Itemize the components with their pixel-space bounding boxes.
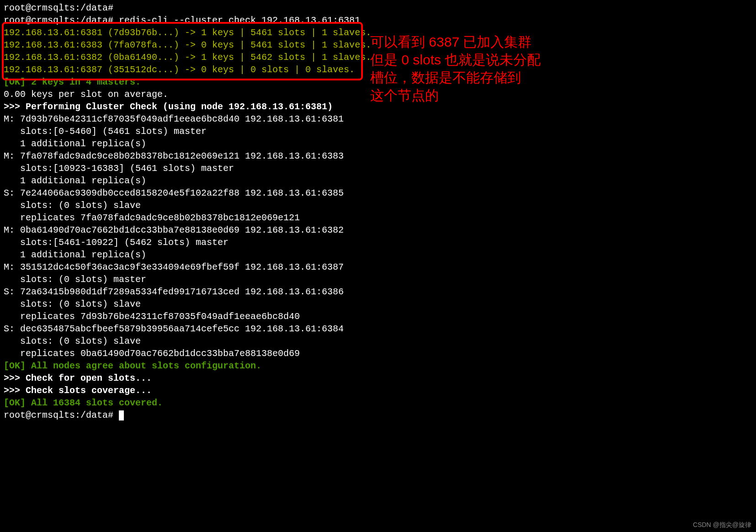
slave-2-line-2: slots: (0 slots) slave <box>4 298 752 310</box>
master-2-line-2: slots:[10923-16383] (5461 slots) master <box>4 162 752 175</box>
annotation-text: 可以看到 6387 已加入集群 但是 0 slots 也就是说未分配 槽位，数据… <box>370 33 541 104</box>
master-4-line-2: slots: (0 slots) master <box>4 273 752 286</box>
ok-nodes-agree: [OK] All nodes agree about slots configu… <box>4 360 752 372</box>
master-3-line-3: 1 additional replica(s) <box>4 249 752 261</box>
cursor-icon <box>119 410 124 420</box>
master-2-line-1: M: 7fa078fadc9adc9ce8b02b8378bc1812e069e… <box>4 150 752 162</box>
prompt-line-last: root@crmsqlts:/data# <box>4 409 752 421</box>
annotation-line-4: 这个节点的 <box>370 86 541 104</box>
prompt-line-1: root@crmsqlts:/data# <box>4 2 752 14</box>
master-1-line-3: 1 additional replica(s) <box>4 138 752 150</box>
slave-3-line-2: slots: (0 slots) slave <box>4 335 752 347</box>
slave-1-line-3: replicates 7fa078fadc9adc9ce8b02b8378bc1… <box>4 212 752 224</box>
master-3-line-1: M: 0ba61490d70ac7662bd1dcc33bba7e88138e0… <box>4 224 752 236</box>
slave-3-line-1: S: dec6354875abcfbeef5879b39956aa714cefe… <box>4 323 752 335</box>
slave-2-line-1: S: 72a63415b980d1df7289a5334fed991716713… <box>4 286 752 298</box>
slave-1-line-1: S: 7e244066ac9309db0cced8158204e5f102a22… <box>4 187 752 199</box>
master-2-line-3: 1 additional replica(s) <box>4 175 752 187</box>
ok-slots-covered: [OK] All 16384 slots covered. <box>4 397 752 409</box>
slave-1-line-2: slots: (0 slots) slave <box>4 199 752 212</box>
check-slots-coverage: >>> Check slots coverage... <box>4 384 752 397</box>
slave-2-line-3: replicates 7d93b76be42311cf87035f049adf1… <box>4 310 752 323</box>
master-1-line-1: M: 7d93b76be42311cf87035f049adf1eeae6bc8… <box>4 113 752 125</box>
master-4-line-1: M: 351512dc4c50f36ac3ac9f3e334094e69fbef… <box>4 261 752 273</box>
annotation-line-3: 槽位，数据是不能存储到 <box>370 69 541 86</box>
master-3-line-2: slots:[5461-10922] (5462 slots) master <box>4 236 752 249</box>
annotation-line-1: 可以看到 6387 已加入集群 <box>370 33 541 51</box>
watermark-text: CSDN @指尖@旋律 <box>693 521 751 529</box>
highlight-box <box>2 22 363 80</box>
master-1-line-2: slots:[0-5460] (5461 slots) master <box>4 125 752 138</box>
annotation-line-2: 但是 0 slots 也就是说未分配 <box>370 51 541 69</box>
slave-3-line-3: replicates 0ba61490d70ac7662bd1dcc33bba7… <box>4 347 752 360</box>
check-open-slots: >>> Check for open slots... <box>4 372 752 384</box>
prompt-text: root@crmsqlts:/data# <box>4 410 119 420</box>
